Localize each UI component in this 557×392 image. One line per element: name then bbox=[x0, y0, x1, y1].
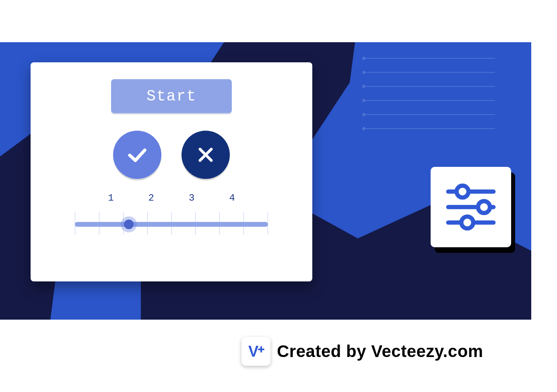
slider-track bbox=[75, 222, 268, 227]
attribution-row: V Created by Vecteezy.com bbox=[241, 337, 483, 366]
scale-label: 1 bbox=[108, 193, 113, 203]
confirm-button[interactable] bbox=[113, 131, 161, 179]
svg-point-17 bbox=[461, 217, 473, 229]
settings-tile[interactable] bbox=[431, 167, 511, 247]
svg-text:V: V bbox=[248, 343, 259, 360]
v-plus-icon: V bbox=[246, 341, 266, 361]
decorative-grid bbox=[362, 50, 495, 135]
scale-label: 2 bbox=[149, 193, 154, 203]
sliders-icon bbox=[441, 177, 501, 237]
scale-label: 3 bbox=[189, 193, 194, 203]
scale-labels: 1 2 3 4 bbox=[108, 193, 235, 203]
circle-button-row bbox=[113, 131, 230, 179]
slider-thumb[interactable] bbox=[124, 220, 134, 229]
scale-label: 4 bbox=[229, 193, 235, 203]
svg-point-9 bbox=[362, 99, 365, 102]
cancel-button[interactable] bbox=[182, 131, 230, 179]
svg-point-6 bbox=[362, 57, 365, 60]
close-icon bbox=[196, 145, 215, 164]
controls-card: Start 1 2 3 4 bbox=[31, 62, 312, 281]
brand-badge: V bbox=[241, 337, 270, 366]
svg-point-10 bbox=[362, 113, 365, 116]
svg-point-8 bbox=[362, 85, 365, 88]
svg-point-11 bbox=[362, 127, 365, 130]
slider[interactable] bbox=[75, 207, 268, 240]
svg-point-7 bbox=[362, 71, 365, 74]
check-icon bbox=[126, 144, 149, 166]
attribution-text: Created by Vecteezy.com bbox=[277, 342, 483, 361]
svg-point-16 bbox=[478, 201, 490, 213]
svg-point-15 bbox=[456, 186, 468, 198]
start-button[interactable]: Start bbox=[111, 79, 232, 113]
